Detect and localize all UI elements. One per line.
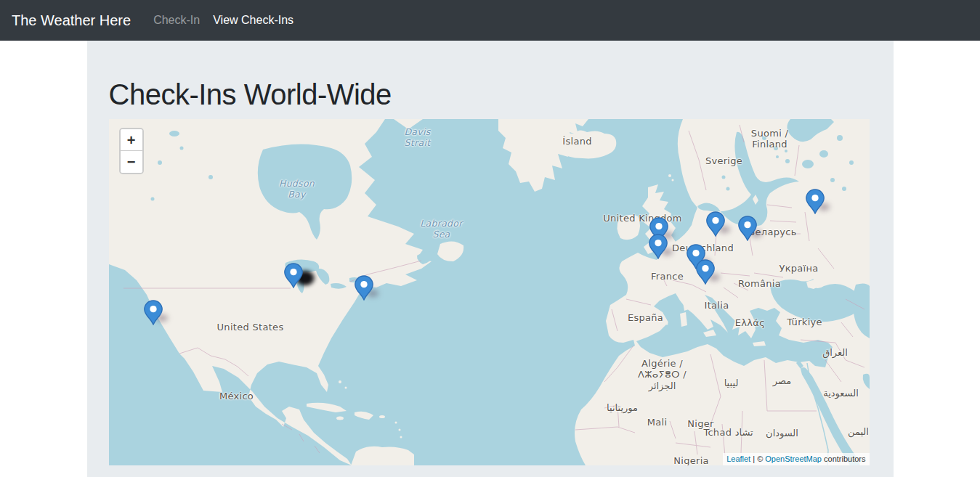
map-attribution: Leaflet | © OpenStreetMap contributors [723,453,869,465]
map-marker-icon[interactable] [705,211,726,237]
map-marker-icon[interactable] [648,234,668,259]
navbar: The Weather Here Check-In View Check-Ins [0,0,980,41]
leaflet-link[interactable]: Leaflet [726,454,750,463]
attribution-suffix: contributors [822,454,866,463]
zoom-out-button[interactable]: − [121,151,142,173]
map-marker-icon[interactable] [354,275,374,301]
navbar-brand[interactable]: The Weather Here [12,12,131,29]
map-tiles [109,119,870,465]
nav-link-check-in[interactable]: Check-In [147,8,206,33]
zoom-in-button[interactable]: + [121,129,142,151]
map-zoom-control: + − [119,128,144,174]
map-marker-icon[interactable] [695,259,716,285]
content-container: Check-Ins World-Wide [87,41,894,477]
attribution-separator: | © [750,454,765,463]
nav-link-view-check-ins[interactable]: View Check-Ins [206,8,300,33]
map-viewport[interactable]: Davis StraitHudson BayLabrador SeaÍsland… [109,119,870,465]
map-marker-icon[interactable] [737,216,758,241]
page-title: Check-Ins World-Wide [109,78,894,111]
map-marker-icon[interactable] [283,263,304,288]
openstreetmap-link[interactable]: OpenStreetMap [765,454,822,463]
map-marker-icon[interactable] [143,300,163,325]
map-marker-icon[interactable] [805,189,825,214]
